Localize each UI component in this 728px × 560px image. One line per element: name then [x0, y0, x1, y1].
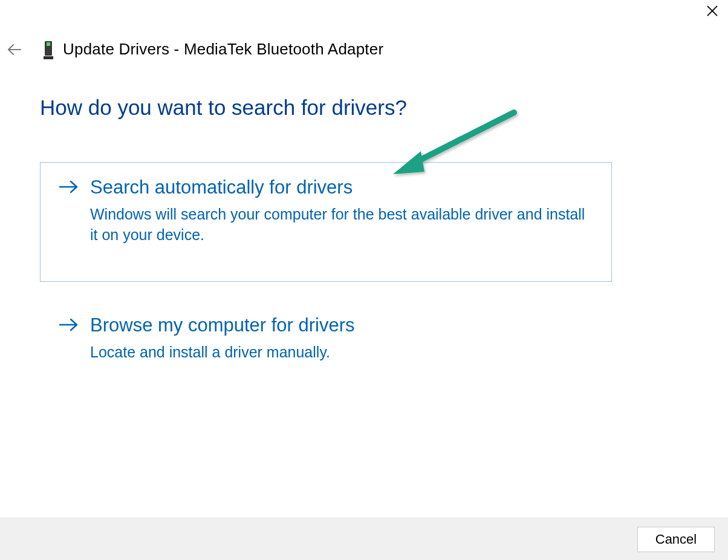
svg-rect-4: [47, 42, 50, 46]
option-description: Windows will search your computer for th…: [90, 204, 593, 246]
option-body: Search automatically for drivers Windows…: [90, 176, 593, 245]
option-body: Browse my computer for drivers Locate an…: [90, 314, 593, 363]
device-icon: [42, 40, 54, 60]
dialog-footer: Cancel: [0, 518, 728, 560]
option-title: Browse my computer for drivers: [90, 314, 593, 337]
dialog-title: Update Drivers - MediaTek Bluetooth Adap…: [63, 40, 383, 59]
close-button[interactable]: [704, 4, 721, 21]
option-browse-computer[interactable]: Browse my computer for drivers Locate an…: [40, 300, 612, 380]
arrow-right-icon: [59, 180, 79, 197]
option-title: Search automatically for drivers: [90, 176, 593, 200]
option-search-automatically[interactable]: Search automatically for drivers Windows…: [40, 162, 612, 282]
content-area: How do you want to search for drivers? S…: [40, 96, 651, 380]
back-button[interactable]: [4, 40, 25, 62]
svg-rect-5: [44, 56, 53, 59]
arrow-right-icon: [59, 317, 79, 334]
update-drivers-wizard: Update Drivers - MediaTek Bluetooth Adap…: [0, 0, 728, 560]
option-description: Locate and install a driver manually.: [90, 342, 593, 363]
close-icon: [706, 5, 718, 19]
arrow-left-icon: [6, 41, 23, 60]
heading: How do you want to search for drivers?: [40, 96, 651, 120]
cancel-button[interactable]: Cancel: [637, 527, 715, 552]
